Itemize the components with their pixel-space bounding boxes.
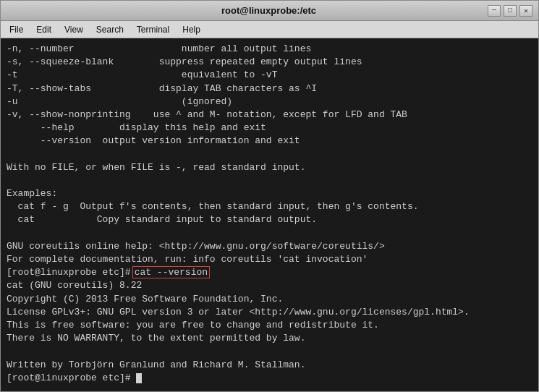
- terminal-cursor: [136, 373, 142, 383]
- menubar: File Edit View Search Terminal Help: [1, 21, 538, 38]
- prompt-line-1: [root@linuxprobe etc]#: [7, 267, 131, 278]
- output-line: -n, --number number all output lines -s,…: [7, 43, 419, 265]
- terminal-output[interactable]: -n, --number number all output lines -s,…: [1, 38, 538, 391]
- menu-view[interactable]: View: [59, 23, 89, 36]
- minimize-button[interactable]: ─: [488, 5, 501, 17]
- menu-help[interactable]: Help: [177, 23, 206, 36]
- menu-terminal[interactable]: Terminal: [131, 23, 175, 36]
- menu-file[interactable]: File: [4, 23, 29, 36]
- menu-edit[interactable]: Edit: [30, 23, 57, 36]
- version-output: cat (GNU coreutils) 8.22 Copyright (C) 2…: [7, 280, 470, 370]
- prompt-line-2: [root@linuxprobe etc]#: [7, 372, 136, 383]
- titlebar: root@linuxprobe:/etc ─ □ ✕: [1, 1, 538, 21]
- close-button[interactable]: ✕: [519, 5, 532, 17]
- menu-search[interactable]: Search: [90, 23, 130, 36]
- window-title: root@linuxprobe:/etc: [50, 5, 488, 16]
- terminal-window: root@linuxprobe:/etc ─ □ ✕ File Edit Vie…: [0, 0, 539, 392]
- window-controls: ─ □ ✕: [488, 5, 532, 17]
- maximize-button[interactable]: □: [504, 5, 517, 17]
- cmd-highlight-box: cat --version: [132, 266, 210, 278]
